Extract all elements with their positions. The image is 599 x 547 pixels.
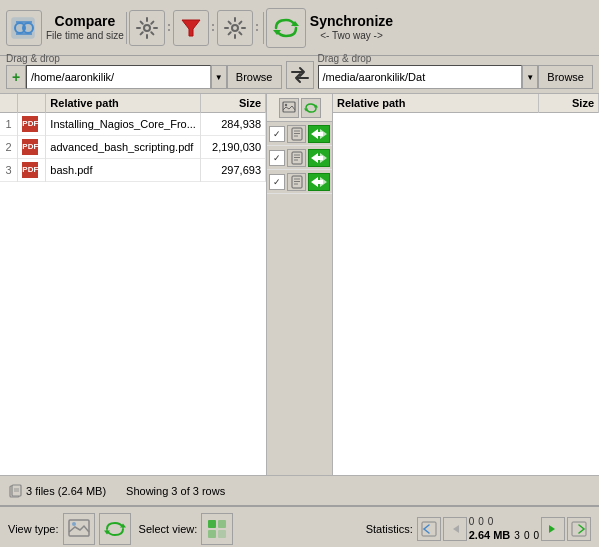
mid-row-3: ✓: [267, 170, 332, 194]
doc-btn-2[interactable]: [287, 149, 307, 167]
path-bar: Drag & drop + /home/aaronkilik/ ▼ Browse…: [0, 56, 599, 94]
file-icon-cell-3: PDF: [18, 159, 46, 182]
stat-left-btn[interactable]: [417, 517, 441, 541]
right-path-dropdown[interactable]: ▼: [522, 65, 538, 89]
drag-sep3: [253, 24, 261, 31]
row-num-1: 1: [0, 113, 18, 136]
stat-val4: 0: [524, 529, 530, 542]
right-file-table: Relative path Size: [333, 94, 599, 113]
stat-val1: 0: [469, 515, 475, 528]
compare-icon-btn[interactable]: [6, 10, 42, 46]
view-sync-btn[interactable]: [99, 513, 131, 545]
synchronize-btn[interactable]: [266, 8, 306, 48]
left-add-btn[interactable]: +: [6, 65, 26, 89]
file-icon-cell-2: PDF: [18, 136, 46, 159]
file-size-1: 284,938: [200, 113, 265, 136]
stat-right-btn[interactable]: [567, 517, 591, 541]
row-num-2: 2: [0, 136, 18, 159]
left-file-table: Relative path Size 1 PDF Installing_Nagi…: [0, 94, 266, 182]
col-relative-path: Relative path: [46, 94, 201, 113]
view-photo-btn[interactable]: [63, 513, 95, 545]
stat-forward-btn[interactable]: [541, 517, 565, 541]
right-col-relative-path: Relative path: [333, 94, 539, 113]
stats-row2: 2.64 MB 3 0 0: [469, 528, 539, 542]
left-path-row: + /home/aaronkilik/ ▼ Browse: [6, 65, 282, 89]
pdf-icon-3: PDF: [22, 162, 38, 178]
mid-row-2: ✓: [267, 146, 332, 170]
svg-rect-38: [208, 520, 216, 528]
synchronize-label: Synchronize <- Two way ->: [310, 13, 393, 42]
right-path-input[interactable]: /media/aaronkilik/Dat: [318, 65, 523, 89]
svg-rect-41: [218, 530, 226, 538]
checkbox-1[interactable]: ✓: [269, 126, 285, 142]
doc-btn-1[interactable]: [287, 125, 307, 143]
select-view-btn[interactable]: [201, 513, 233, 545]
status-files-info: 3 files (2.64 MB): [8, 484, 106, 498]
toolbar: Compare File time and size: [0, 0, 599, 56]
checkbox-2[interactable]: ✓: [269, 150, 285, 166]
file-name-1: Installing_Nagios_Core_Fro...: [50, 118, 196, 130]
select-view-label: Select view:: [139, 523, 198, 535]
svg-rect-39: [218, 520, 226, 528]
right-drag-drop-label: Drag & drop: [318, 53, 594, 64]
checkbox-3[interactable]: ✓: [269, 174, 285, 190]
compare-title: Compare: [55, 13, 116, 30]
col-size: Size: [200, 94, 265, 113]
table-row[interactable]: 1 PDF Installing_Nagios_Core_Fro... 284,…: [0, 113, 266, 136]
svg-rect-40: [208, 530, 216, 538]
statistics-label: Statistics:: [366, 523, 413, 535]
svg-rect-31: [12, 485, 21, 496]
main-area: Relative path Size 1 PDF Installing_Nagi…: [0, 94, 599, 475]
left-browse-btn[interactable]: Browse: [227, 65, 282, 89]
right-path-section: Drag & drop /media/aaronkilik/Dat ▼ Brow…: [318, 53, 594, 89]
file-name-2: advanced_bash_scripting.pdf: [50, 141, 193, 153]
file-name-3: bash.pdf: [50, 164, 92, 176]
file-icon-cell-1: PDF: [18, 113, 46, 136]
view-type-label: View type:: [8, 523, 59, 535]
file-name-cell-1: Installing_Nagios_Core_Fro...: [46, 113, 201, 136]
drag-sep2: [209, 24, 217, 31]
stat-back-btn[interactable]: [443, 517, 467, 541]
col-num: [0, 94, 18, 113]
left-path-section: Drag & drop + /home/aaronkilik/ ▼ Browse: [6, 53, 282, 89]
stats-numbers: 0 0 0 2.64 MB 3 0 0: [469, 515, 539, 542]
left-path-input[interactable]: /home/aaronkilik/: [26, 65, 211, 89]
swap-btn[interactable]: [286, 61, 314, 89]
filter-btn[interactable]: [173, 10, 209, 46]
table-row[interactable]: 3 PDF bash.pdf 297,693: [0, 159, 266, 182]
status-bar: 3 files (2.64 MB) Showing 3 of 3 rows: [0, 475, 599, 505]
file-size-3: 297,693: [200, 159, 265, 182]
svg-point-9: [284, 103, 286, 105]
svg-point-35: [72, 522, 76, 526]
sync-arrow-btn-1[interactable]: [308, 125, 330, 143]
sync-arrow-btn-3[interactable]: [308, 173, 330, 191]
file-size-2: 2,190,030: [200, 136, 265, 159]
stats-buttons: 0 0 0 2.64 MB 3 0 0: [417, 515, 591, 542]
options-btn[interactable]: [217, 10, 253, 46]
settings-btn[interactable]: [129, 10, 165, 46]
left-panel: Relative path Size 1 PDF Installing_Nagi…: [0, 94, 267, 475]
files-count-text: 3 files (2.64 MB): [26, 485, 106, 497]
left-drag-drop-label: Drag & drop: [6, 53, 282, 64]
view-type-section: View type:: [8, 513, 131, 545]
stats-section: Statistics: 0 0 0 2: [366, 515, 591, 542]
file-name-cell-3: bash.pdf: [46, 159, 201, 182]
doc-btn-3[interactable]: [287, 173, 307, 191]
bottom-bar: View type: Select view:: [0, 505, 599, 547]
stat-count: 3: [514, 529, 520, 542]
right-path-row: /media/aaronkilik/Dat ▼ Browse: [318, 65, 594, 89]
svg-rect-18: [292, 152, 302, 164]
mid-header: [267, 94, 332, 122]
synchronize-subtitle: <- Two way ->: [320, 30, 383, 42]
right-panel: Relative path Size: [333, 94, 599, 475]
table-row[interactable]: 2 PDF advanced_bash_scripting.pdf 2,190,…: [0, 136, 266, 159]
mid-photo-btn[interactable]: [279, 98, 299, 118]
mid-sync-header-btn[interactable]: [301, 98, 321, 118]
middle-panel: ✓ ✓: [267, 94, 333, 475]
select-view-section: Select view:: [139, 513, 234, 545]
right-browse-btn[interactable]: Browse: [538, 65, 593, 89]
left-path-dropdown[interactable]: ▼: [211, 65, 227, 89]
synchronize-section: Synchronize <- Two way ->: [266, 8, 393, 48]
sync-arrow-btn-2[interactable]: [308, 149, 330, 167]
compare-section: Compare File time and size: [6, 10, 124, 46]
